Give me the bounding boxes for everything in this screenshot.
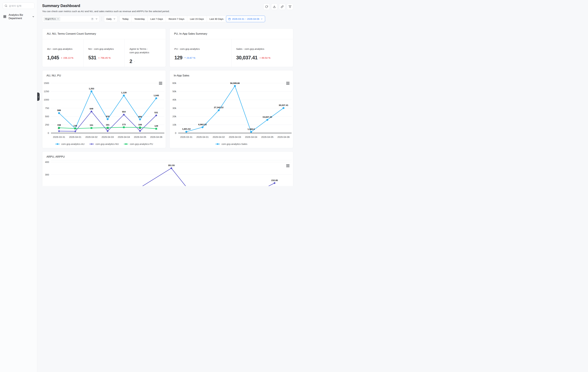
svg-text:30k: 30k: [172, 107, 177, 110]
chart-body: 02505007501000125015002026-03-312026-04-…: [42, 70, 166, 148]
range-button-recent-7-days[interactable]: Recent 7 Days: [166, 16, 187, 22]
filter-bar: 애널리틱스 ✕ ✕ Daily TodayYesterdayLast 7 Day…: [42, 16, 293, 22]
legend-marker-icon: [55, 143, 60, 145]
metric-value: 2: [129, 59, 132, 64]
legend-item[interactable]: com.gcp.analytics-Sales: [215, 143, 247, 145]
svg-text:2026-04-03: 2026-04-03: [102, 136, 114, 138]
legend-item[interactable]: com.gcp.analytics-NU: [89, 143, 119, 145]
svg-text:30,037.41: 30,037.41: [279, 104, 288, 106]
tag-label: 애널리틱스: [45, 18, 56, 20]
summary-cards-row: AU, NU, Terms Consent Count Summary AU -…: [42, 28, 293, 67]
tag-remove-icon[interactable]: ✕: [57, 18, 59, 20]
download-icon: [273, 5, 276, 8]
sidebar-search[interactable]: [2, 2, 34, 9]
svg-text:2026-04-01: 2026-04-01: [69, 136, 82, 138]
chart-legend: com.gcp.analytics-Sales: [170, 143, 293, 145]
svg-text:599: 599: [57, 109, 61, 111]
svg-text:2026-04-06: 2026-04-06: [150, 136, 162, 138]
svg-text:250: 250: [45, 123, 49, 126]
svg-text:0: 0: [175, 132, 176, 134]
svg-text:2026-04-03: 2026-04-03: [229, 136, 241, 138]
summary-card-au-nu-terms: AU, NU, Terms Consent Count Summary AU -…: [42, 28, 166, 67]
chart-body: 010k20k30k40k50k60k2026-03-312026-04-012…: [170, 70, 293, 148]
chevron-down-icon: [113, 18, 116, 20]
svg-text:300: 300: [45, 173, 49, 176]
clear-selection-icon[interactable]: ✕: [91, 18, 94, 20]
svg-text:1000: 1000: [44, 98, 49, 101]
header-actions: [263, 3, 293, 10]
chart-legend: com.gcp.analytics-AUcom.gcp.analytics-NU…: [42, 143, 166, 145]
svg-text:50k: 50k: [172, 90, 177, 93]
range-button-last-30-days[interactable]: Last 30 Days: [207, 16, 226, 22]
svg-text:1,253: 1,253: [89, 87, 94, 90]
sidebar-collapse-handle[interactable]: «: [37, 92, 40, 101]
svg-text:2026-04-06: 2026-04-06: [277, 136, 290, 138]
svg-text:351.55: 351.55: [168, 164, 175, 167]
legend-item[interactable]: com.gcp.analytics-PU: [124, 143, 153, 145]
svg-text:169: 169: [138, 123, 142, 126]
svg-text:2026-04-04: 2026-04-04: [245, 136, 257, 138]
arrow-up-icon: ▲: [259, 57, 261, 59]
metric-value: 30,037.41: [236, 55, 257, 60]
metric-delta: ▲89.54 %: [259, 56, 270, 59]
legend-marker-icon: [124, 143, 128, 145]
chart-menu-icon[interactable]: [159, 82, 162, 85]
svg-text:750: 750: [45, 107, 49, 110]
svg-text:136: 136: [74, 125, 77, 127]
chart-menu-icon[interactable]: [286, 164, 290, 167]
link-icon: [281, 5, 284, 8]
chart-card-au-nu-pu: AU, NU, PU 02505007501000125015002026-03…: [42, 70, 166, 148]
chart-card-arpu-arppu: ARPU, ARPPU 4003002001000351.55232.85: [42, 151, 293, 186]
svg-text:1500: 1500: [44, 82, 49, 84]
card-title: AU, NU, Terms Consent Count Summary: [42, 29, 166, 39]
download-button[interactable]: [271, 3, 278, 10]
range-button-yesterday[interactable]: Yesterday: [131, 16, 147, 22]
svg-text:56,599.86: 56,599.86: [230, 82, 240, 84]
svg-text:2026-04-02: 2026-04-02: [85, 136, 98, 138]
sidebar-item-department[interactable]: Analytics Biz Department: [0, 13, 37, 20]
refresh-button[interactable]: [263, 3, 270, 10]
svg-text:2026-03-31: 2026-03-31: [53, 136, 65, 138]
range-button-last-15-days[interactable]: Last 15 Days: [187, 16, 207, 22]
metric-cell: Agree to Terms - com.gcp.analytics2-: [125, 39, 166, 67]
svg-text:2026-04-05: 2026-04-05: [261, 136, 273, 138]
legend-label: com.gcp.analytics-Sales: [221, 143, 247, 145]
sidebar: Analytics Biz Department: [0, 0, 37, 186]
search-input[interactable]: [9, 4, 32, 7]
range-button-last-7-days[interactable]: Last 7 Days: [147, 16, 166, 22]
filter-icon: [289, 5, 292, 8]
metrics-row: AU - com.gcp.analytics1,045▲156.13 %NU -…: [42, 39, 166, 67]
svg-text:1,045: 1,045: [153, 94, 159, 97]
chart-card-in-app-sales: In-App Sales 010k20k30k40k50k60k2026-03-…: [169, 70, 293, 148]
search-icon: [5, 4, 7, 7]
legend-item[interactable]: com.gcp.analytics-AU: [55, 143, 84, 145]
chart-title: ARPU, ARPPU: [46, 155, 65, 158]
date-range-value: 2026-03-31 ~ 2026-04-06: [232, 18, 259, 20]
chart-canvas: 4003002001000351.55232.85: [42, 151, 293, 186]
department-label: Analytics Biz Department: [9, 13, 30, 20]
svg-text:173: 173: [122, 123, 126, 126]
svg-text:20k: 20k: [172, 115, 177, 118]
copy-link-button[interactable]: [279, 3, 285, 10]
charts-row: AU, NU, PU 02505007501000125015002026-03…: [42, 70, 293, 148]
metric-value: 129: [174, 55, 182, 60]
filter-button[interactable]: [287, 3, 293, 10]
chart-menu-icon[interactable]: [286, 82, 290, 85]
svg-text:27,342.22: 27,342.22: [214, 106, 224, 109]
metric-delta: ▲156.13 %: [61, 56, 73, 59]
svg-text:129: 129: [154, 125, 158, 127]
granularity-select[interactable]: Daily: [104, 16, 117, 22]
metric-cell: PU - com.gcp.analytics129▼23.67 %: [170, 39, 231, 67]
svg-text:15,847.33: 15,847.33: [262, 116, 272, 118]
chart-canvas: 010k20k30k40k50k60k2026-03-312026-04-012…: [170, 70, 293, 139]
chevron-down-icon: [32, 15, 34, 18]
range-button-today[interactable]: Today: [119, 16, 131, 22]
svg-text:6,962.52: 6,962.52: [198, 123, 207, 126]
metric-delta: -: [134, 60, 135, 63]
svg-text:161: 161: [106, 124, 110, 126]
app-multiselect[interactable]: 애널리틱스 ✕ ✕: [42, 16, 100, 22]
svg-text:400: 400: [45, 161, 49, 163]
main-content: Summary Dashboard You can check user met…: [37, 0, 294, 186]
grid-icon: [3, 15, 6, 18]
date-range-button[interactable]: 2026-03-31 ~ 2026-04-06: [226, 16, 265, 22]
